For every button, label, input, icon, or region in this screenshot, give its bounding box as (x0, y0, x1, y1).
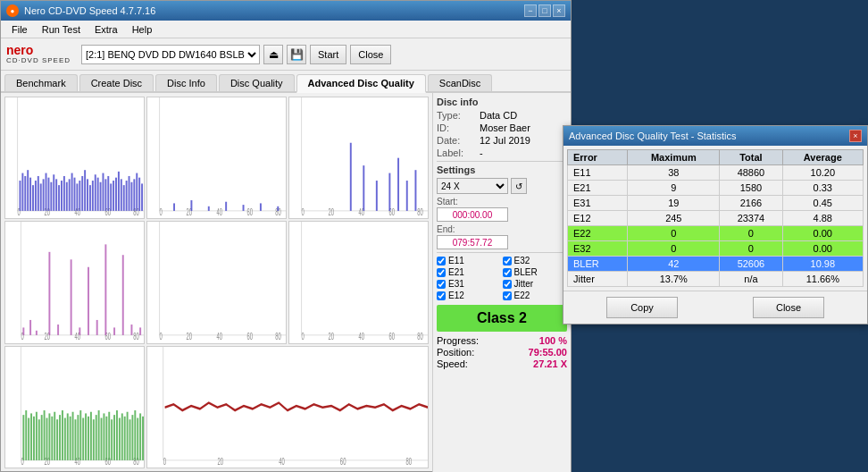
stats-popup-close-icon[interactable]: × (849, 130, 862, 142)
svg-rect-168 (116, 410, 118, 460)
settings-title: Settings (437, 164, 567, 175)
svg-rect-46 (118, 172, 120, 211)
stats-cell-e31-total: 2166 (720, 196, 782, 211)
end-time-row: End: 079:57.72 (437, 224, 567, 249)
stats-cell-e12-error: E12 (568, 211, 628, 226)
stats-close-button[interactable]: Close (753, 297, 824, 318)
checkbox-e12[interactable] (437, 291, 446, 300)
svg-rect-157 (88, 416, 89, 459)
svg-rect-134 (28, 417, 29, 459)
tab-disc-quality[interactable]: Disc Quality (219, 74, 295, 91)
checkbox-e21[interactable] (437, 268, 446, 277)
stats-col-total: Total (720, 150, 782, 165)
stats-cell-e12-avg: 4.88 (782, 211, 863, 226)
checkbox-e11[interactable] (437, 257, 446, 266)
svg-rect-20 (50, 182, 52, 211)
svg-rect-82 (388, 173, 390, 211)
checkbox-e32-row[interactable]: E32 (503, 256, 568, 266)
svg-rect-29 (74, 178, 76, 211)
start-button[interactable]: Start (310, 45, 346, 64)
checkbox-bler-row[interactable]: BLER (503, 267, 568, 277)
checkbox-e32-label: E32 (514, 256, 530, 266)
svg-rect-67 (225, 202, 227, 211)
svg-text:20: 20 (187, 333, 193, 342)
stats-row-e31: E31 19 2166 0.45 (568, 196, 864, 211)
checkbox-e31[interactable] (437, 280, 446, 289)
svg-rect-40 (103, 173, 104, 211)
svg-rect-164 (105, 416, 107, 459)
disc-type-key: Type: (437, 110, 480, 121)
checkbox-bler[interactable] (503, 268, 512, 277)
checkbox-e11-label: E11 (448, 256, 464, 266)
svg-rect-11 (27, 170, 29, 211)
tab-disc-info[interactable]: Disc Info (155, 74, 217, 91)
checkbox-e11-row[interactable]: E11 (437, 256, 502, 266)
maximize-button[interactable]: □ (538, 4, 551, 17)
svg-rect-138 (38, 419, 40, 460)
chart-e31: 10 E31 0 20 40 60 80 (288, 97, 429, 219)
stats-cell-bler-max: 42 (628, 257, 720, 272)
checkbox-jitter-row[interactable]: Jitter (503, 279, 568, 289)
svg-text:0: 0 (302, 333, 305, 342)
svg-rect-49 (126, 181, 128, 211)
stats-cell-e21-error: E21 (568, 181, 628, 196)
refresh-button[interactable]: ↺ (511, 178, 527, 194)
svg-text:60: 60 (246, 207, 253, 217)
svg-rect-169 (119, 417, 121, 459)
svg-rect-152 (75, 419, 77, 460)
checkbox-e12-row[interactable]: E12 (437, 291, 502, 300)
close-window-button[interactable]: × (553, 4, 565, 17)
stats-row-e22: E22 0 0 0.00 (568, 226, 864, 241)
checkbox-e32[interactable] (503, 257, 512, 266)
svg-text:40: 40 (279, 456, 285, 467)
svg-rect-35 (89, 185, 91, 211)
chart-e11: 50 E11 0 20 40 60 80 (4, 97, 145, 219)
end-time-input[interactable]: 079:57.72 (437, 235, 508, 249)
checkbox-e22-row[interactable]: E22 (503, 291, 568, 300)
svg-text:80: 80 (405, 456, 412, 467)
svg-rect-18 (46, 173, 47, 211)
checkbox-jitter[interactable] (503, 280, 512, 289)
minimize-button[interactable]: − (524, 4, 537, 17)
disc-date-row: Date: 12 Jul 2019 (437, 135, 567, 146)
drive-select[interactable]: [2:1] BENQ DVD DD DW1640 BSLB (81, 45, 260, 64)
stats-cell-bler-total: 52606 (720, 257, 782, 272)
nero-logo: nero CD·DVD SPEED (6, 44, 71, 64)
stats-cell-e21-avg: 0.33 (782, 181, 863, 196)
stats-copy-button[interactable]: Copy (606, 297, 678, 318)
svg-rect-175 (134, 410, 136, 460)
tab-scan-disc[interactable]: ScanDisc (428, 74, 492, 91)
tab-benchmark[interactable]: Benchmark (4, 74, 78, 91)
svg-text:20: 20 (329, 207, 335, 217)
svg-text:0: 0 (302, 207, 305, 217)
tab-create-disc[interactable]: Create Disc (79, 74, 154, 91)
svg-rect-33 (84, 170, 86, 211)
stats-cell-jitter-total: n/a (720, 272, 782, 287)
svg-text:60: 60 (340, 456, 346, 467)
checkbox-e22[interactable] (503, 291, 512, 300)
save-icon-button[interactable]: 💾 (287, 45, 306, 64)
speed-select[interactable]: 24 X (437, 178, 508, 194)
stats-title-bar: Advanced Disc Quality Test - Statistics … (563, 126, 867, 146)
svg-rect-32 (81, 176, 83, 211)
stats-popup: Advanced Disc Quality Test - Statistics … (563, 125, 868, 324)
menu-file[interactable]: File (4, 22, 35, 37)
stats-row-e12: E12 245 23374 4.88 (568, 211, 864, 226)
menu-extra[interactable]: Extra (88, 22, 125, 37)
close-button[interactable]: Close (350, 45, 391, 64)
menu-run-test[interactable]: Run Test (35, 22, 88, 37)
eject-icon-button[interactable]: ⏏ (263, 45, 283, 64)
svg-rect-172 (127, 411, 129, 459)
start-time-input[interactable]: 000:00.00 (437, 207, 508, 222)
menu-help[interactable]: Help (125, 22, 160, 37)
progress-row: Progress: 100 % (437, 335, 567, 346)
tab-advanced-disc-quality[interactable]: Advanced Disc Quality (296, 74, 426, 93)
checkbox-e31-row[interactable]: E31 (437, 279, 502, 289)
svg-rect-144 (54, 411, 55, 459)
svg-rect-170 (121, 413, 123, 459)
svg-rect-151 (72, 411, 74, 459)
svg-rect-13 (32, 185, 34, 211)
checkbox-e21-row[interactable]: E21 (437, 267, 502, 277)
svg-rect-153 (77, 415, 79, 460)
svg-rect-177 (139, 413, 141, 459)
